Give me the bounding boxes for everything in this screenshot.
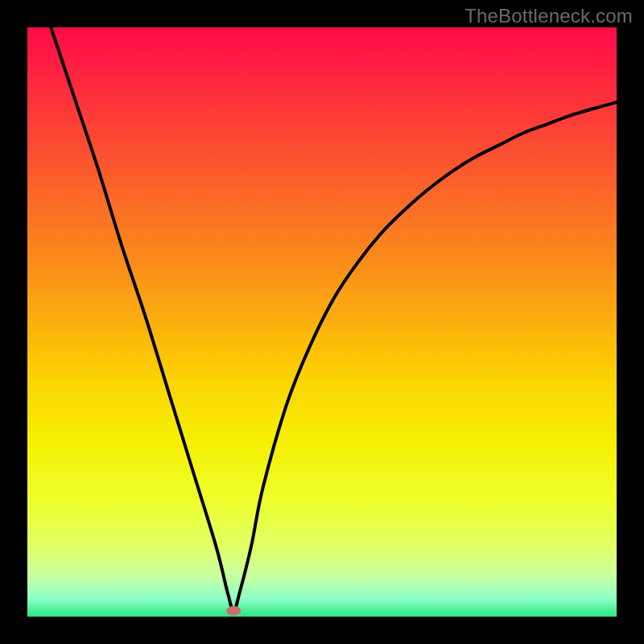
frame: TheBottleneck.com xyxy=(0,0,644,644)
watermark-text: TheBottleneck.com xyxy=(464,5,633,27)
plot-area xyxy=(27,27,617,617)
bottleneck-chart xyxy=(27,27,617,617)
optimum-marker xyxy=(226,606,241,616)
